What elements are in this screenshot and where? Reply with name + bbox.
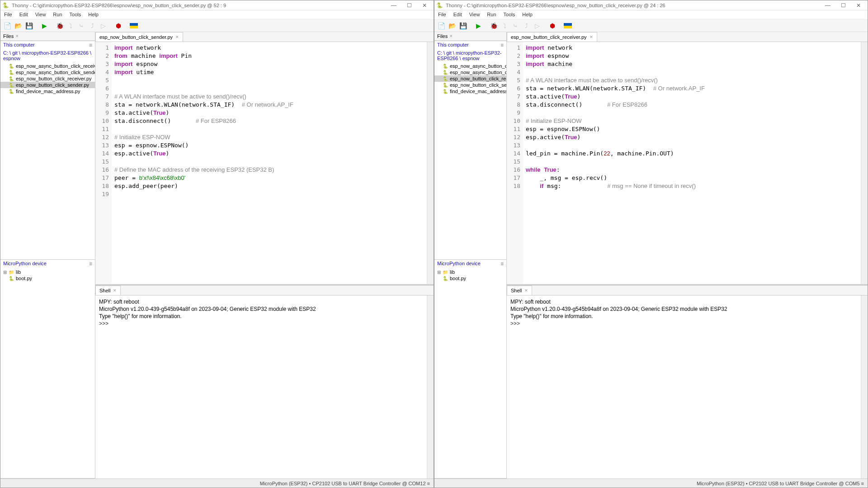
menu-help[interactable]: Help: [85, 10, 102, 19]
window-title: Thonny - C:\git\micropython-ESP32-ESP826…: [446, 3, 821, 8]
resume-icon[interactable]: ▷: [532, 21, 542, 31]
toolbar: 📄 📂 💾 ▶ 🐞 ⤵ ⤷ ⤴ ▷ ⬢: [434, 19, 868, 32]
window-title: Thonny - C:\git\micropython-ESP32-ESP826…: [12, 3, 387, 8]
file-item[interactable]: 🐍esp_now_async_button_click_re: [434, 63, 506, 69]
menubar: File Edit View Run Tools Help: [434, 10, 868, 19]
menu-tools[interactable]: Tools: [500, 10, 519, 19]
open-file-icon[interactable]: 📂: [447, 21, 457, 31]
minimize-button[interactable]: —: [387, 1, 401, 10]
close-icon[interactable]: ✕: [590, 35, 593, 39]
file-item[interactable]: 🐍boot.py: [0, 275, 95, 282]
close-button[interactable]: ✕: [417, 1, 432, 10]
maximize-button[interactable]: ☐: [836, 1, 850, 10]
step-out-icon[interactable]: ⤴: [87, 21, 97, 31]
line-gutter: 123456789101112131415161718: [507, 42, 523, 284]
statusbar[interactable]: MicroPython (ESP32) • CP2102 USB to UART…: [434, 479, 868, 488]
line-gutter: 12345678910111213141516171819: [95, 42, 112, 284]
step-into-icon[interactable]: ⤷: [76, 21, 86, 31]
stop-icon[interactable]: ⬢: [547, 21, 557, 31]
file-item[interactable]: 🐍find_device_mac_address.py: [434, 88, 506, 94]
close-button[interactable]: ✕: [851, 1, 866, 10]
titlebar[interactable]: 🐍 Thonny - C:\git\micropython-ESP32-ESP8…: [0, 0, 434, 10]
this-computer-header[interactable]: This computer≡: [0, 41, 95, 49]
menu-view[interactable]: View: [32, 10, 50, 19]
files-tab[interactable]: Files✕: [434, 32, 506, 41]
menu-file[interactable]: File: [434, 10, 450, 19]
menu-run[interactable]: Run: [49, 10, 66, 19]
window-receiver: 🐍 Thonny - C:\git\micropython-ESP32-ESP8…: [434, 0, 868, 488]
titlebar[interactable]: 🐍 Thonny - C:\git\micropython-ESP32-ESP8…: [434, 0, 868, 10]
statusbar[interactable]: MicroPython (ESP32) • CP2102 USB to UART…: [0, 479, 434, 488]
step-over-icon[interactable]: ⤵: [66, 21, 75, 31]
file-item[interactable]: 🐍esp_now_button_click_receiver.py: [0, 75, 95, 82]
menu-icon[interactable]: ≡: [89, 42, 92, 48]
stop-icon[interactable]: ⬢: [113, 21, 123, 31]
menu-edit[interactable]: Edit: [16, 10, 32, 19]
file-item-selected[interactable]: 🐍esp_now_button_click_sender.py: [0, 82, 95, 88]
folder-item[interactable]: 📁lib: [434, 269, 506, 275]
shell-output[interactable]: MPY: soft reboot MicroPython v1.20.0-439…: [95, 296, 434, 479]
menu-help[interactable]: Help: [519, 10, 536, 19]
window-sender: 🐍 Thonny - C:\git\micropython-ESP32-ESP8…: [0, 0, 434, 488]
step-out-icon[interactable]: ⤴: [521, 21, 531, 31]
new-file-icon[interactable]: 📄: [2, 21, 12, 31]
close-icon[interactable]: ✕: [449, 34, 453, 38]
menubar: File Edit View Run Tools Help: [0, 10, 434, 19]
file-item-selected[interactable]: 🐍esp_now_button_click_receiver.: [434, 75, 506, 82]
editor-tab[interactable]: esp_now_button_click_sender.py✕: [95, 32, 183, 42]
close-icon[interactable]: ✕: [15, 34, 19, 38]
menu-edit[interactable]: Edit: [450, 10, 466, 19]
this-computer-header[interactable]: This computer≡: [434, 41, 506, 49]
file-item[interactable]: 🐍esp_now_button_click_sender.p: [434, 82, 506, 88]
files-tab[interactable]: Files✕: [0, 32, 95, 41]
resume-icon[interactable]: ▷: [98, 21, 108, 31]
toolbar: 📄 📂 💾 ▶ 🐞 ⤵ ⤷ ⤴ ▷ ⬢: [0, 19, 434, 32]
menu-tools[interactable]: Tools: [66, 10, 85, 19]
close-icon[interactable]: ✕: [524, 288, 528, 293]
close-icon[interactable]: ✕: [175, 35, 179, 39]
shell-output[interactable]: MPY: soft reboot MicroPython v1.20.0-439…: [507, 296, 868, 479]
menu-icon[interactable]: ≡: [500, 261, 504, 267]
flag-icon[interactable]: [129, 21, 139, 31]
new-file-icon[interactable]: 📄: [436, 21, 446, 31]
step-into-icon[interactable]: ⤷: [510, 21, 520, 31]
menu-view[interactable]: View: [466, 10, 484, 19]
close-icon[interactable]: ✕: [113, 288, 117, 293]
file-item[interactable]: 🐍find_device_mac_address.py: [0, 88, 95, 94]
menu-icon[interactable]: ≡: [500, 42, 504, 48]
code-editor[interactable]: 12345678910111213141516171819 import net…: [95, 42, 434, 284]
app-icon: 🐍: [436, 2, 443, 9]
menu-file[interactable]: File: [0, 10, 16, 19]
shell-tab[interactable]: Shell✕: [95, 286, 121, 295]
breadcrumb[interactable]: C: \ git \ micropython-ESP32-ESP8266 \ e…: [434, 49, 506, 62]
editor-tab[interactable]: esp_now_button_click_receiver.py✕: [507, 32, 597, 42]
debug-icon[interactable]: 🐞: [55, 21, 65, 31]
folder-item[interactable]: 📁lib: [0, 269, 95, 275]
file-item[interactable]: 🐍boot.py: [434, 275, 506, 282]
save-file-icon[interactable]: 💾: [458, 21, 468, 31]
code-editor[interactable]: 123456789101112131415161718 import netwo…: [507, 42, 868, 284]
app-icon: 🐍: [2, 2, 9, 9]
device-header[interactable]: MicroPython device≡: [0, 260, 95, 268]
menu-run[interactable]: Run: [483, 10, 500, 19]
save-file-icon[interactable]: 💾: [24, 21, 34, 31]
minimize-button[interactable]: —: [821, 1, 835, 10]
open-file-icon[interactable]: 📂: [13, 21, 23, 31]
file-item[interactable]: 🐍esp_now_async_button_click_receiver.py: [0, 63, 95, 69]
debug-icon[interactable]: 🐞: [489, 21, 499, 31]
shell-tab[interactable]: Shell✕: [507, 286, 532, 295]
run-icon[interactable]: ▶: [39, 21, 49, 31]
file-item[interactable]: 🐍esp_now_async_button_click_se: [434, 69, 506, 75]
run-icon[interactable]: ▶: [473, 21, 483, 31]
breadcrumb[interactable]: C: \ git \ micropython-ESP32-ESP8266 \ e…: [0, 49, 95, 62]
maximize-button[interactable]: ☐: [402, 1, 416, 10]
flag-icon[interactable]: [563, 21, 573, 31]
menu-icon[interactable]: ≡: [89, 261, 92, 267]
step-over-icon[interactable]: ⤵: [500, 21, 509, 31]
file-item[interactable]: 🐍esp_now_async_button_click_sender.py: [0, 69, 95, 75]
device-header[interactable]: MicroPython device≡: [434, 260, 506, 268]
